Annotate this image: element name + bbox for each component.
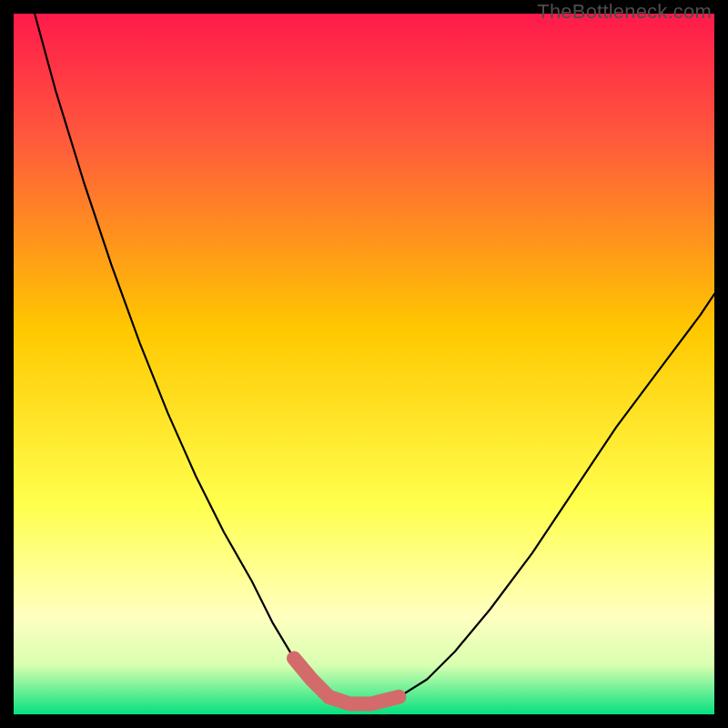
gradient-background [14,14,714,714]
bottleneck-chart [14,14,714,714]
watermark-text: TheBottleneck.com [537,0,712,24]
chart-frame: TheBottleneck.com [0,0,728,728]
